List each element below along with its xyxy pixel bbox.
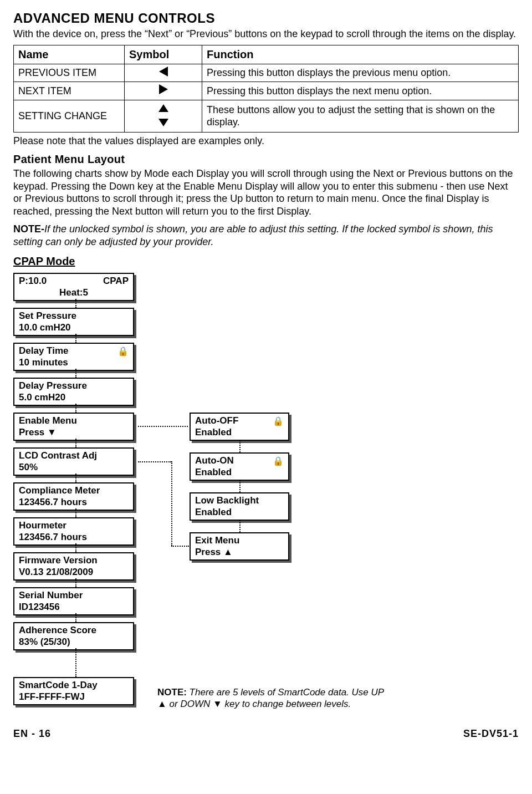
menu-line2: 5.0 cmH20 [19, 391, 129, 403]
menu-box-main-11: SmartCode 1-Day 1FF-FFFF-FWJ [13, 677, 134, 705]
row1-func: Pressing this button displays the previo… [202, 64, 519, 82]
connector-dots [75, 334, 76, 343]
note-values: Please note that the values displayed ar… [13, 135, 519, 147]
row2-name: NEXT ITEM [14, 82, 125, 100]
menu-line1: Delay Time [19, 345, 129, 357]
menu-box-sub-2: Low Backlight Enabled [190, 492, 289, 521]
connector-dots [75, 439, 76, 447]
smartcode-note-body: There are 5 levels of SmartCode data. Us… [157, 687, 383, 709]
connector-dots [75, 508, 76, 517]
menu-line1: Delay Pressure [19, 380, 129, 391]
note-lock-body: If the unlocked symbol is shown, you are… [13, 223, 493, 247]
connector-dots [239, 480, 241, 492]
menu-line2: Heat:5 [19, 287, 129, 298]
row2-symbol [125, 82, 202, 100]
menu-box-sub-3: Exit Menu Press ▲ [190, 532, 289, 561]
menu-line1: Firmware Version [19, 554, 129, 566]
connector-dots [75, 648, 76, 677]
menu-line1: LCD Contrast Adj [19, 450, 129, 461]
menu-flow: P:10.0 CPAP Heat:5 Set Pressure 10.0 cmH… [13, 273, 519, 716]
menu-line1: Set Pressure [19, 310, 129, 322]
menu-box-main-7: Hourmeter 123456.7 hours [13, 517, 134, 546]
menu-box-main-8: Firmware Version V0.13 21/08/2009 [13, 552, 134, 581]
row3-symbol [125, 100, 202, 132]
menu-box-sub-1: Auto-ON Enabled 🔒 [190, 452, 289, 481]
menu-line2: 123456.7 hours [19, 496, 129, 508]
menu-box-main-1: Set Pressure 10.0 cmH20 [13, 308, 134, 336]
menu-line1: Low Backlight [195, 495, 284, 506]
menu-line2: Press ▼ [19, 426, 129, 438]
connector-dots [239, 520, 241, 532]
smartcode-note: NOTE: There are 5 levels of SmartCode da… [157, 686, 396, 710]
triangle-up-icon [158, 104, 168, 112]
menu-line1: Auto-OFF [195, 415, 284, 426]
connector-dots [75, 474, 76, 482]
menu-box-main-4: Enable Menu Press ▼ [13, 413, 134, 441]
header-symbol: Symbol [125, 45, 202, 64]
mode-title: CPAP Mode [13, 255, 519, 268]
menu-box-main-0: P:10.0 CPAP Heat:5 [13, 273, 134, 301]
connector-dots [75, 404, 76, 413]
row2-func: Pressing this button displays the next m… [202, 82, 519, 100]
menu-line1: Compliance Meter [19, 485, 129, 496]
controls-table: Name Symbol Function PREVIOUS ITEM Press… [13, 45, 519, 133]
connector-dots [75, 543, 76, 552]
footer-left: EN - 16 [13, 727, 51, 740]
note-prefix: NOTE- [13, 223, 44, 235]
menu-line2: 50% [19, 461, 129, 473]
menu-line1: Adherence Score [19, 624, 129, 636]
menu-line1: Hourmeter [19, 520, 129, 531]
page-footer: EN - 16 SE-DV51-1 [13, 727, 519, 740]
connector-dots [75, 299, 76, 308]
menu-line2: ID123456 [19, 601, 129, 613]
menu-line2: Enabled [195, 466, 284, 478]
menu-line2: 123456.7 hours [19, 531, 129, 543]
menu-line1: Exit Menu [195, 535, 284, 546]
connector-dots [75, 369, 76, 378]
menu-line2: 10.0 cmH20 [19, 322, 129, 333]
lock-icon: 🔒 [273, 456, 284, 467]
connector-dots [75, 578, 76, 587]
menu-line1: SmartCode 1-Day [19, 679, 129, 691]
header-function: Function [202, 45, 519, 64]
row3-name: SETTING CHANGE [14, 100, 125, 132]
row1-name: PREVIOUS ITEM [14, 64, 125, 82]
menu-line2: Enabled [195, 506, 284, 518]
menu-line2: Enabled [195, 426, 284, 438]
menu-line2: V0.13 21/08/2009 [19, 566, 129, 578]
lock-icon: 🔒 [273, 416, 284, 427]
menu-line2: Press ▲ [195, 546, 284, 558]
menu-right: CPAP [103, 275, 129, 287]
note-prefix: NOTE: [157, 687, 187, 698]
menu-line2: 83% (25/30) [19, 636, 129, 648]
row1-symbol [125, 64, 202, 82]
note-lock: NOTE-If the unlocked symbol is shown, yo… [13, 223, 519, 248]
connector-dots [171, 461, 172, 546]
menu-box-main-9: Serial Number ID123456 [13, 587, 134, 615]
section-title: Patient Menu Layout [13, 152, 519, 166]
menu-box-main-6: Compliance Meter 123456.7 hours [13, 482, 134, 511]
menu-line1: Auto-ON [195, 455, 284, 466]
menu-box-main-2: Delay Time 10 minutes 🔒 [13, 343, 134, 371]
menu-box-sub-0: Auto-OFF Enabled 🔒 [190, 413, 289, 441]
triangle-down-icon [158, 119, 168, 126]
connector-dots [171, 546, 189, 547]
connector-dots [239, 440, 241, 452]
connector-dots [75, 613, 76, 622]
triangle-left-icon [159, 67, 168, 77]
triangle-right-icon [159, 84, 168, 94]
menu-box-main-5: LCD Contrast Adj 50% [13, 447, 134, 476]
para-layout: The following charts show by Mode each D… [13, 167, 519, 217]
menu-line1: P:10.0 [19, 276, 47, 286]
page-title: ADVANCED MENU CONTROLS [13, 10, 519, 27]
footer-right: SE-DV51-1 [463, 727, 519, 740]
intro-text: With the device on, press the “Next” or … [13, 28, 519, 40]
connector-dots [138, 426, 188, 427]
menu-line2: 1FF-FFFF-FWJ [19, 691, 129, 703]
menu-box-main-10: Adherence Score 83% (25/30) [13, 622, 134, 650]
menu-box-main-3: Delay Pressure 5.0 cmH20 [13, 378, 134, 406]
header-name: Name [14, 45, 125, 64]
row3-func: These buttons allow you to adjust the se… [202, 100, 519, 132]
lock-icon: 🔒 [117, 346, 129, 357]
menu-line1: Enable Menu [19, 415, 129, 426]
